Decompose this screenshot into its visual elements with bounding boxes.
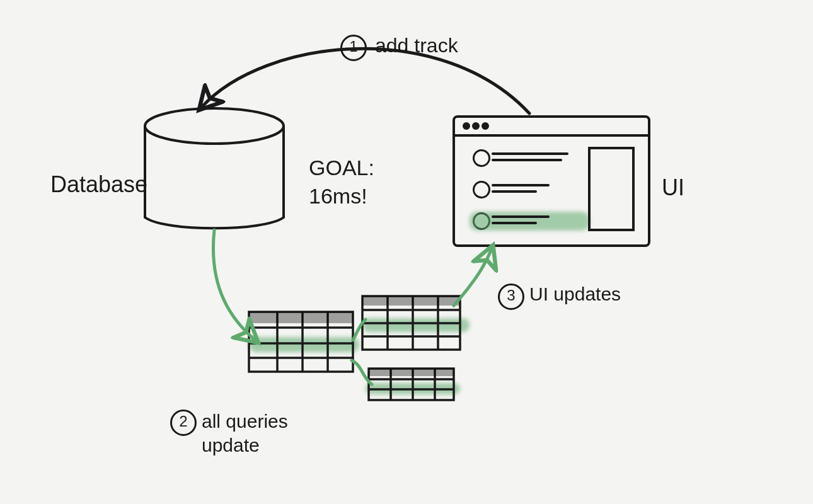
goal-label-line1: GOAL:: [309, 154, 374, 181]
ui-list-bullet-icon: [473, 181, 491, 199]
svg-rect-28: [362, 296, 460, 306]
svg-rect-20: [249, 312, 353, 323]
sketch-lines: [0, 0, 813, 504]
ui-highlight-row: [470, 212, 589, 231]
ui-list-bullet-icon: [473, 149, 491, 168]
ui-label: UI: [662, 173, 684, 202]
step-3-label: UI updates: [529, 282, 621, 306]
step-1-label: add track: [375, 33, 458, 58]
database-icon: [145, 108, 284, 228]
svg-rect-12: [589, 148, 633, 230]
step-2-badge: 2: [170, 410, 197, 436]
arrow-queries-internal-2: [352, 360, 372, 384]
step-1-badge: 1: [340, 35, 367, 61]
arrow-add-track: [202, 49, 529, 113]
diagram-canvas: 1 add track Database GOAL: 16ms! UI 3 UI…: [0, 0, 813, 504]
arrow-db-to-queries: [213, 230, 255, 340]
svg-point-4: [473, 123, 478, 129]
goal-label-line2: 16ms!: [309, 183, 367, 210]
query-grid-highlight: [249, 337, 359, 352]
svg-point-0: [145, 108, 284, 144]
svg-rect-35: [369, 369, 454, 376]
step-2-label: all queries update: [202, 410, 288, 457]
svg-point-5: [483, 123, 488, 129]
query-grid-highlight: [366, 383, 460, 394]
svg-point-3: [464, 123, 469, 129]
query-grid-highlight: [362, 318, 470, 332]
arrow-queries-to-ui: [454, 249, 492, 306]
step-3-badge: 3: [498, 284, 524, 310]
database-label: Database: [50, 170, 147, 198]
